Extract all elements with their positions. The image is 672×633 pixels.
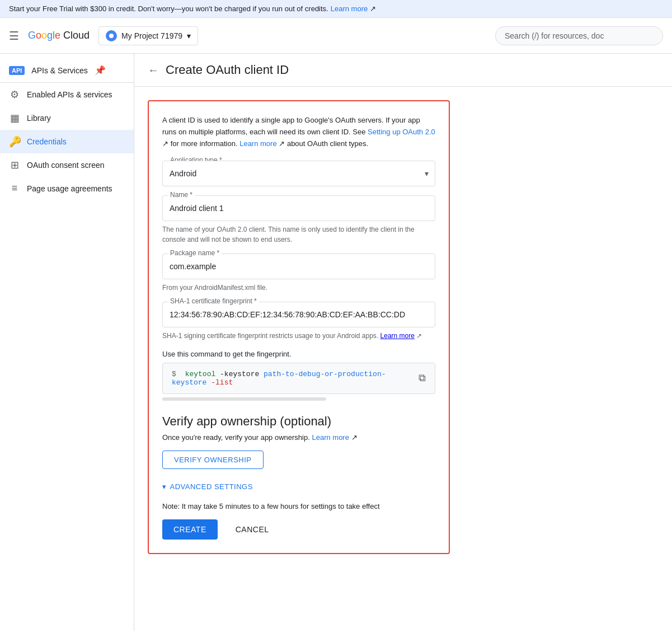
enabled-apis-icon: ⚙ [9, 88, 20, 101]
external-link-icon: ↗ [370, 4, 376, 13]
verify-subtitle: Once you're ready, verify your app owner… [162, 433, 435, 442]
copy-icon[interactable]: ⧉ [419, 373, 426, 384]
advanced-settings: ▾ ADVANCED SETTINGS [162, 482, 435, 491]
verify-section: Verify app ownership (optional) Once you… [162, 414, 435, 469]
application-type-select[interactable]: Android Web application iOS Desktop app [162, 161, 435, 186]
library-icon: ▦ [9, 112, 20, 124]
content-wrapper: A client ID is used to identify a single… [134, 87, 672, 568]
page-usage-icon: ≡ [9, 182, 20, 194]
sha1-hint: SHA-1 signing certificate fingerprint re… [162, 331, 435, 341]
form-container: A client ID is used to identify a single… [148, 100, 450, 554]
menu-icon[interactable]: ☰ [9, 29, 19, 43]
back-button[interactable]: ← [148, 64, 159, 77]
logo-o2: o [41, 30, 47, 41]
external-icon-1: ↗ [162, 139, 168, 148]
project-selector[interactable]: My Project 71979 ▾ [98, 26, 198, 45]
api-badge: API [9, 66, 25, 75]
verify-title: Verify app ownership (optional) [162, 414, 435, 429]
sidebar-item-label-credentials: Credentials [27, 137, 67, 146]
advanced-settings-toggle[interactable]: ▾ ADVANCED SETTINGS [162, 482, 435, 491]
command-keystore-flag: -keystore [220, 370, 264, 378]
sha1-learn-more-link[interactable]: Learn more [380, 332, 415, 340]
chevron-down-icon: ▾ [162, 482, 167, 491]
create-button[interactable]: CREATE [162, 519, 218, 540]
name-input[interactable] [162, 195, 435, 221]
command-content: $ keytool -keystore path-to-debug-or-pro… [172, 370, 419, 387]
verify-ownership-button[interactable]: VERIFY OWNERSHIP [162, 451, 264, 469]
info-text: A client ID is used to identify a single… [162, 115, 435, 149]
banner-learn-more-link[interactable]: Learn more [331, 4, 368, 13]
main-content: ← Create OAuth client ID A client ID is … [134, 54, 672, 631]
package-name-field: Package name * From your AndroidManifest… [162, 254, 435, 293]
logo-text: Google Cloud [28, 30, 90, 41]
command-section: Use this command to get the fingerprint.… [162, 350, 435, 401]
logo-e: e [55, 30, 60, 41]
sha1-field: SHA-1 certificate fingerprint * SHA-1 si… [162, 302, 435, 341]
page-header: ← Create OAuth client ID [134, 54, 672, 87]
header: ☰ Google Cloud My Project 71979 ▾ Search… [0, 18, 672, 54]
package-name-label: Package name * [168, 249, 222, 257]
project-name: My Project 71979 [121, 31, 182, 40]
action-buttons: CREATE CANCEL [162, 519, 435, 540]
name-field: Name * The name of your OAuth 2.0 client… [162, 195, 435, 245]
cloud-text: Cloud [60, 30, 90, 41]
page-title: Create OAuth client ID [166, 63, 289, 77]
banner-text: Start your Free Trial with $300 in credi… [9, 4, 328, 13]
credentials-icon: 🔑 [9, 135, 20, 148]
oauth-consent-icon: ⊞ [9, 159, 20, 171]
sidebar-item-library[interactable]: ▦ Library [0, 106, 134, 130]
command-block: $ keytool -keystore path-to-debug-or-pro… [162, 363, 435, 394]
sidebar-item-label-enabled-apis: Enabled APIs & services [27, 90, 112, 99]
application-type-select-wrapper: Android Web application iOS Desktop app … [162, 161, 435, 186]
logo-g2: g [47, 30, 53, 41]
advanced-settings-label: ADVANCED SETTINGS [170, 482, 253, 491]
sidebar-item-label-library: Library [27, 114, 51, 123]
external-icon-2: ↗ [279, 139, 285, 148]
note-text: Note: It may take 5 minutes to a few hou… [162, 502, 435, 510]
command-label: Use this command to get the fingerprint. [162, 350, 435, 358]
verify-learn-more-link[interactable]: Learn more [312, 433, 349, 442]
pin-icon: 📌 [95, 65, 106, 76]
logo-o1: o [36, 30, 41, 41]
sidebar-item-oauth-consent[interactable]: ⊞ OAuth consent screen [0, 153, 134, 177]
sidebar-header: API APIs & Services 📌 [0, 58, 134, 82]
top-banner: Start your Free Trial with $300 in credi… [0, 0, 672, 18]
package-name-hint: From your AndroidManifest.xml file. [162, 283, 435, 293]
command-list: -list [211, 378, 233, 387]
oauth-setup-link[interactable]: Setting up OAuth 2.0 [368, 128, 435, 136]
command-keytool: keytool [185, 370, 216, 378]
sidebar-item-page-usage[interactable]: ≡ Page usage agreements [0, 177, 134, 200]
name-label: Name * [168, 191, 195, 199]
sha1-label: SHA-1 certificate fingerprint * [168, 297, 259, 305]
sha1-input[interactable] [162, 302, 435, 327]
name-hint: The name of your OAuth 2.0 client. This … [162, 224, 435, 245]
sidebar-header-label: APIs & Services [31, 66, 87, 75]
project-dot-inner [109, 34, 114, 38]
sidebar-item-credentials[interactable]: 🔑 Credentials [0, 130, 134, 153]
command-scroll-bar[interactable] [162, 397, 326, 401]
sidebar-item-enabled-apis[interactable]: ⚙ Enabled APIs & services [0, 83, 134, 106]
google-cloud-logo[interactable]: Google Cloud [28, 30, 90, 41]
sidebar: API APIs & Services 📌 ⚙ Enabled APIs & s… [0, 54, 134, 631]
application-type-field: Application type * Android Web applicati… [162, 161, 435, 186]
command-prompt: $ [172, 370, 176, 378]
package-name-input[interactable] [162, 254, 435, 279]
project-dot [106, 30, 117, 41]
info-text-2: for more information. [171, 139, 240, 148]
info-text-3: about OAuth client types. [287, 139, 368, 148]
sidebar-item-label-page-usage: Page usage agreements [27, 184, 112, 193]
project-dropdown-icon: ▾ [187, 31, 191, 40]
logo-g: G [28, 30, 36, 41]
layout: API APIs & Services 📌 ⚙ Enabled APIs & s… [0, 54, 672, 631]
search-box[interactable]: Search (/) for resources, doc [495, 26, 663, 45]
cancel-button[interactable]: CANCEL [227, 519, 278, 540]
learn-more-link[interactable]: Learn more [239, 139, 276, 148]
sidebar-item-label-oauth: OAuth consent screen [27, 161, 105, 170]
